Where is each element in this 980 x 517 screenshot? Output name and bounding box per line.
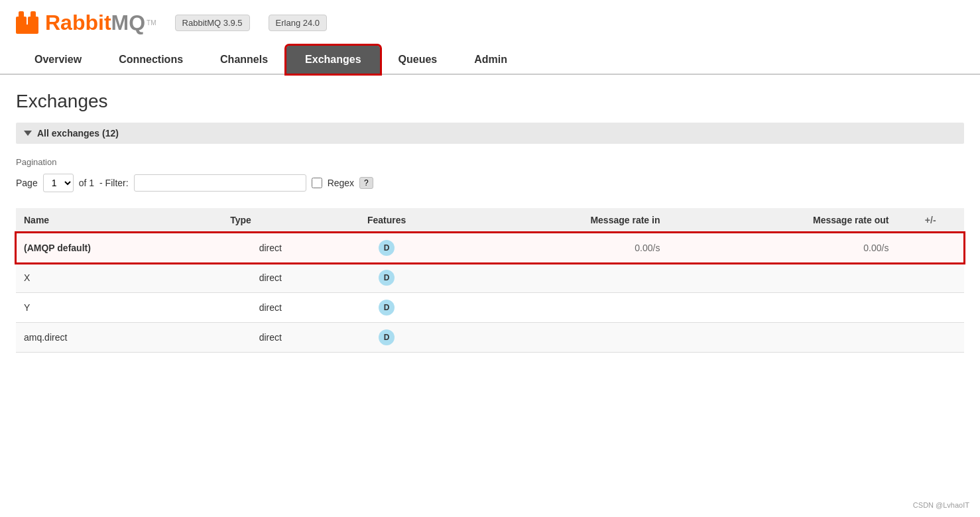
exchange-feature: D [318,233,454,263]
table-header-row: Name Type Features Message rate in Messa… [16,208,964,233]
exchanges-table: Name Type Features Message rate in Messa… [16,208,964,353]
logo-mq-text: MQ [111,11,146,35]
nav-item-admin[interactable]: Admin [456,46,526,74]
logo: RabbitMQTM [16,11,156,35]
feature-badge-d: D [379,240,395,256]
nav-item-queues[interactable]: Queues [380,46,456,74]
exchange-type: direct [222,233,318,263]
nav-item-exchanges[interactable]: Exchanges [286,46,379,74]
pagination-section: Pagination Page 1 of 1 - Filter: Regex ? [16,157,964,192]
regex-checkbox[interactable] [312,178,322,188]
page-title: Exchanges [16,91,964,112]
table-row[interactable]: (AMQP default) direct D 0.00/s 0.00/s [16,233,964,263]
exchange-name: X [16,263,222,293]
version-rabbitmq-badge: RabbitMQ 3.9.5 [175,15,250,31]
feature-badge-d: D [379,329,395,345]
feature-badge-d: D [379,300,395,316]
svg-rect-1 [19,11,24,19]
exchange-feature: D [318,293,454,323]
nav-item-connections[interactable]: Connections [100,46,202,74]
filter-input[interactable] [134,174,306,192]
version-erlang-badge: Erlang 24.0 [269,15,328,31]
regex-help-button[interactable]: ? [359,177,373,189]
exchange-rate-out [668,293,896,323]
exchange-rate-in: 0.00/s [455,233,668,263]
exchange-rate-out [668,263,896,293]
col-type: Type [222,208,318,233]
all-exchanges-section-header[interactable]: All exchanges (12) [16,123,964,144]
table-row[interactable]: X direct D [16,263,964,293]
col-name: Name [16,208,222,233]
exchange-actions [896,233,964,263]
exchange-type: direct [222,323,318,353]
of-label: of 1 [79,178,94,188]
col-actions: +/- [896,208,964,233]
exchange-rate-in [455,293,668,323]
exchange-feature: D [318,263,454,293]
svg-rect-4 [16,25,38,34]
exchange-rate-out: 0.00/s [668,233,896,263]
exchange-actions [896,323,964,353]
page-label: Page [16,178,38,188]
regex-label: Regex [328,178,354,188]
feature-badge-d: D [379,270,395,286]
col-rate-out: Message rate out [668,208,896,233]
logo-tm-text: TM [147,19,156,27]
exchange-type: direct [222,263,318,293]
exchange-rate-out [668,323,896,353]
exchange-rate-in [455,323,668,353]
exchange-actions [896,293,964,323]
main-nav: Overview Connections Channels Exchanges … [0,46,980,75]
page-select[interactable]: 1 [43,174,74,192]
pagination-controls: Page 1 of 1 - Filter: Regex ? [16,174,964,192]
header: RabbitMQTM RabbitMQ 3.9.5 Erlang 24.0 [0,0,980,35]
nav-item-channels[interactable]: Channels [202,46,286,74]
exchange-name: amq.direct [16,323,222,353]
filter-dash: - Filter: [99,178,129,188]
exchange-name: Y [16,293,222,323]
exchange-actions [896,263,964,293]
logo-rabbit-text: Rabbit [45,11,111,35]
all-exchanges-label: All exchanges (12) [37,128,119,139]
rabbit-icon [16,11,45,35]
exchange-name: (AMQP default) [16,233,222,263]
table-row[interactable]: amq.direct direct D [16,323,964,353]
table-row[interactable]: Y direct D [16,293,964,323]
exchange-feature: D [318,323,454,353]
col-rate-in: Message rate in [455,208,668,233]
pagination-label: Pagination [16,157,964,167]
exchanges-table-section: Name Type Features Message rate in Messa… [16,208,964,353]
collapse-icon [24,131,32,136]
exchange-type: direct [222,293,318,323]
col-features: Features [318,208,454,233]
page-content: Exchanges All exchanges (12) Pagination … [0,75,980,369]
nav-item-overview[interactable]: Overview [16,46,100,74]
svg-rect-3 [31,11,36,19]
exchange-rate-in [455,263,668,293]
